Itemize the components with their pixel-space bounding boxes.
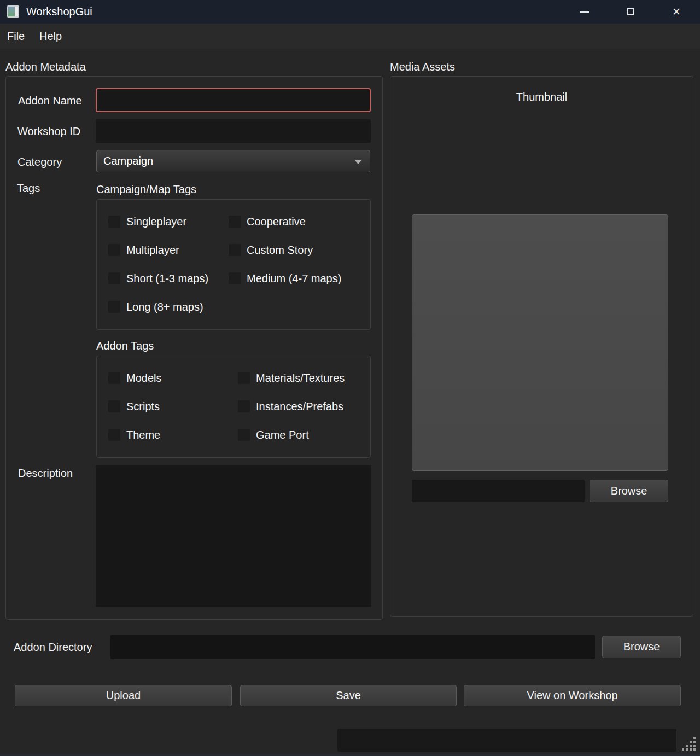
checkbox-icon	[238, 400, 250, 412]
close-button[interactable]: ✕	[664, 0, 689, 24]
checkbox-icon	[108, 400, 120, 412]
menu-file[interactable]: File	[4, 24, 28, 49]
addon-metadata-heading: Addon Metadata	[5, 61, 86, 73]
checkbox-icon	[108, 372, 120, 384]
workshop-gui-window: WorkshopGui ✕ File Help Addon Metadata A…	[0, 0, 700, 756]
checkbox-short-maps[interactable]: Short (1-3 maps)	[108, 272, 208, 284]
checkbox-label: Short (1-3 maps)	[126, 272, 208, 284]
checkbox-label: Cooperative	[247, 216, 306, 228]
checkbox-label: Instances/Prefabs	[256, 400, 343, 412]
menu-bar: File Help	[0, 24, 700, 49]
tags-label: Tags	[17, 182, 40, 194]
checkbox-models[interactable]: Models	[108, 372, 161, 384]
checkbox-long-maps[interactable]: Long (8+ maps)	[108, 301, 203, 313]
checkbox-medium-maps[interactable]: Medium (4-7 maps)	[229, 272, 341, 284]
checkbox-label: Theme	[126, 429, 160, 441]
checkbox-icon	[229, 272, 241, 284]
checkbox-custom-story[interactable]: Custom Story	[229, 244, 313, 256]
resize-grip-icon[interactable]	[693, 748, 696, 751]
description-label: Description	[18, 467, 73, 479]
thumbnail-label: Thumbnail	[390, 91, 693, 103]
checkbox-label: Medium (4-7 maps)	[247, 272, 341, 284]
upload-button[interactable]: Upload	[15, 685, 232, 706]
app-image-icon	[7, 5, 19, 18]
thumbnail-browse-button[interactable]: Browse	[590, 480, 668, 502]
category-selected-value: Campaign	[103, 155, 153, 167]
checkbox-label: Scripts	[126, 400, 160, 412]
status-output-box	[337, 729, 676, 752]
addon-tags-title: Addon Tags	[96, 340, 154, 352]
chevron-down-icon	[354, 160, 362, 164]
checkbox-label: Multiplayer	[126, 244, 179, 256]
save-button[interactable]: Save	[240, 685, 457, 706]
workshop-id-input[interactable]	[96, 119, 371, 143]
thumbnail-preview	[412, 214, 668, 471]
close-icon: ✕	[672, 7, 681, 17]
checkbox-label: Long (8+ maps)	[126, 301, 203, 313]
checkbox-multiplayer[interactable]: Multiplayer	[108, 244, 179, 256]
window-bottom-edge	[0, 754, 700, 756]
checkbox-icon	[229, 244, 241, 256]
addon-name-input[interactable]	[96, 88, 371, 112]
window-title: WorkshopGui	[26, 0, 92, 24]
view-on-workshop-button[interactable]: View on Workshop	[464, 685, 681, 706]
checkbox-materials-textures[interactable]: Materials/Textures	[238, 372, 345, 384]
thumbnail-path-input[interactable]	[412, 480, 585, 502]
addon-name-label: Addon Name	[18, 95, 82, 107]
checkbox-singleplayer[interactable]: Singleplayer	[108, 216, 186, 228]
workshop-id-label: Workshop ID	[18, 125, 80, 137]
checkbox-icon	[108, 216, 120, 228]
checkbox-label: Materials/Textures	[256, 372, 345, 384]
checkbox-label: Game Port	[256, 429, 309, 441]
addon-directory-browse-button[interactable]: Browse	[602, 636, 681, 658]
minimize-icon	[580, 11, 589, 13]
checkbox-icon	[108, 244, 120, 256]
checkbox-icon	[238, 372, 250, 384]
app-icon-picture	[8, 7, 15, 16]
checkbox-label: Custom Story	[247, 244, 313, 256]
addon-directory-label: Addon Directory	[14, 641, 92, 653]
description-textarea[interactable]	[96, 465, 371, 607]
checkbox-icon	[108, 272, 120, 284]
checkbox-icon	[229, 216, 241, 228]
checkbox-instances-prefabs[interactable]: Instances/Prefabs	[238, 400, 343, 412]
maximize-icon	[627, 8, 634, 15]
campaign-map-tags-title: Campaign/Map Tags	[96, 183, 196, 195]
checkbox-icon	[238, 429, 250, 441]
title-bar: WorkshopGui ✕	[0, 0, 700, 24]
category-label: Category	[18, 156, 62, 168]
menu-help[interactable]: Help	[36, 24, 65, 49]
category-dropdown[interactable]: Campaign	[96, 150, 370, 172]
app-icon-stripe	[15, 7, 18, 16]
checkbox-cooperative[interactable]: Cooperative	[229, 216, 306, 228]
media-assets-heading: Media Assets	[390, 61, 455, 73]
checkbox-label: Models	[126, 372, 161, 384]
addon-directory-input[interactable]	[110, 635, 595, 659]
checkbox-theme[interactable]: Theme	[108, 429, 160, 441]
maximize-button[interactable]	[618, 0, 643, 24]
minimize-button[interactable]	[572, 0, 597, 24]
checkbox-icon	[108, 301, 120, 313]
checkbox-label: Singleplayer	[126, 216, 186, 228]
checkbox-icon	[108, 429, 120, 441]
checkbox-game-port[interactable]: Game Port	[238, 429, 309, 441]
checkbox-scripts[interactable]: Scripts	[108, 400, 160, 412]
